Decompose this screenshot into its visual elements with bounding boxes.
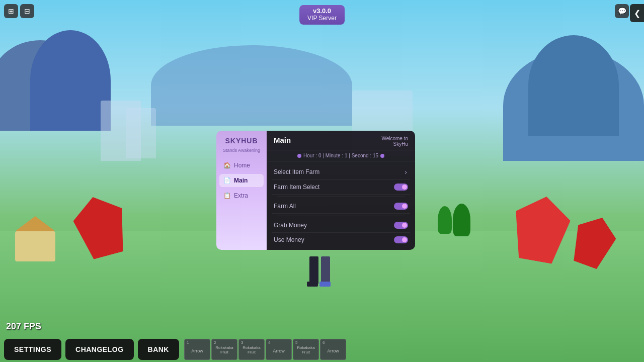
sidebar-subtitle: Stands Awakening xyxy=(223,148,260,153)
slot-label-3: RokakakaFruit xyxy=(243,346,261,355)
slot-label-5: RokakakaFruit xyxy=(297,346,315,355)
hotbar-slot-3[interactable]: 3 RokakakaFruit xyxy=(238,339,265,360)
slot-num-1: 1 xyxy=(187,340,189,345)
label-farm-all: Farm All xyxy=(274,203,296,210)
list-icon[interactable]: ⊟ xyxy=(20,4,34,18)
settings-button[interactable]: SETTINGS xyxy=(4,339,61,360)
char-foot-right xyxy=(319,282,331,287)
hotbar-slot-1[interactable]: 1 Arrow xyxy=(184,339,210,360)
hotbar-slot-5[interactable]: 5 RokakakaFruit xyxy=(293,339,319,360)
timer-text: Hour : 0 | Minute : 1 | Second : 15 xyxy=(303,153,378,158)
fps-counter: 207 FPS xyxy=(6,321,41,332)
sidebar-item-main[interactable]: 📄 Main xyxy=(219,174,264,187)
server-type-text: VIP Server xyxy=(307,15,337,22)
skyhub-panel: SKYHUB Stands Awakening 🏠 Home 📄 Main 📋 … xyxy=(216,131,415,250)
timer-dot-left xyxy=(297,154,301,158)
welcome-text: Welcome toSkyHu xyxy=(381,136,408,147)
building-2 xyxy=(126,108,156,158)
main-content-panel: Main Welcome toSkyHu Hour : 0 | Minute :… xyxy=(267,131,415,250)
house-roof-1 xyxy=(15,216,55,231)
toggle-grab-money[interactable] xyxy=(394,222,408,229)
mountain-center xyxy=(151,45,352,126)
chat-icon-btn[interactable]: 💬 xyxy=(615,4,629,18)
changelog-button[interactable]: CHANGELOG xyxy=(65,339,134,360)
timer-dot-right xyxy=(380,154,384,158)
tree-4 xyxy=(438,206,452,234)
toggle-farm-item-select[interactable] xyxy=(394,184,408,191)
sidebar-label-home: Home xyxy=(234,162,250,169)
hotbar-slot-2[interactable]: 2 RokakakaFruit xyxy=(211,339,237,360)
row-farm-item-select[interactable]: Farm Item Select xyxy=(272,180,410,195)
sidebar-label-main: Main xyxy=(234,177,248,184)
main-header: Main Welcome toSkyHu xyxy=(267,131,415,150)
mountain-right2 xyxy=(528,35,619,136)
main-icon: 📄 xyxy=(223,177,231,184)
panel-rows: Select Item Farm › Farm Item Select Farm… xyxy=(267,161,415,250)
sidebar-title: SKYHUB xyxy=(225,137,258,145)
char-leg-left xyxy=(309,256,318,284)
toggle-farm-all[interactable] xyxy=(394,203,408,210)
top-left-icons: ⊞ ⊟ xyxy=(4,4,34,18)
tree-3 xyxy=(453,204,470,236)
row-farm-all[interactable]: Farm All xyxy=(272,199,410,214)
slot-num-3: 3 xyxy=(241,340,243,345)
label-use-money: Use Money xyxy=(274,236,304,243)
hotbar-slot-4[interactable]: 4 Arrow xyxy=(266,339,292,360)
main-panel-title: Main xyxy=(274,136,291,144)
toggle-use-money[interactable] xyxy=(394,236,408,243)
slot-label-4: Arrow xyxy=(273,348,285,353)
char-foot-left xyxy=(307,282,318,287)
collapse-arrow-btn[interactable]: ❮ xyxy=(630,4,644,22)
slot-label-1: Arrow xyxy=(191,348,203,353)
mountain-left2 xyxy=(30,30,111,131)
slot-num-6: 6 xyxy=(323,340,325,345)
label-farm-item-select: Farm Item Select xyxy=(274,184,319,191)
home-icon: 🏠 xyxy=(223,162,231,169)
sidebar-label-extra: Extra xyxy=(234,192,248,199)
row-grab-money[interactable]: Grab Money xyxy=(272,218,410,233)
slot-num-5: 5 xyxy=(295,340,297,345)
select-item-arrow-btn[interactable]: › xyxy=(404,168,408,176)
row-right-select: › xyxy=(404,168,408,176)
slot-label-6: Arrow xyxy=(327,348,339,353)
row-use-money[interactable]: Use Money xyxy=(272,233,410,247)
label-grab-money: Grab Money xyxy=(274,222,307,229)
hotbar-slot-6[interactable]: 6 Arrow xyxy=(320,339,346,360)
label-select-item-farm: Select Item Farm xyxy=(274,168,319,175)
slot-num-4: 4 xyxy=(268,340,270,345)
version-badge: v3.0.0 VIP Server xyxy=(299,5,345,25)
timer-bar: Hour : 0 | Minute : 1 | Second : 15 xyxy=(267,150,415,161)
sidebar-item-extra[interactable]: 📋 Extra xyxy=(219,189,264,202)
version-text: v3.0.0 xyxy=(307,7,337,15)
hotbar: 1 Arrow 2 RokakakaFruit 3 RokakakaFruit … xyxy=(184,339,346,360)
sidebar-item-home[interactable]: 🏠 Home xyxy=(219,159,264,172)
char-leg-right xyxy=(321,256,330,284)
extra-icon: 📋 xyxy=(223,192,231,199)
bank-button[interactable]: BANK xyxy=(138,339,179,360)
house-1 xyxy=(15,231,55,261)
separator-2 xyxy=(277,216,405,216)
bottom-toolbar: SETTINGS CHANGELOG BANK 1 Arrow 2 Rokaka… xyxy=(0,337,644,362)
separator-1 xyxy=(277,197,405,197)
sidebar: SKYHUB Stands Awakening 🏠 Home 📄 Main 📋 … xyxy=(216,131,267,250)
grid-icon[interactable]: ⊞ xyxy=(4,4,18,18)
slot-label-2: RokakakaFruit xyxy=(215,346,233,355)
slot-num-2: 2 xyxy=(214,340,216,345)
row-select-item-farm[interactable]: Select Item Farm › xyxy=(272,164,410,180)
